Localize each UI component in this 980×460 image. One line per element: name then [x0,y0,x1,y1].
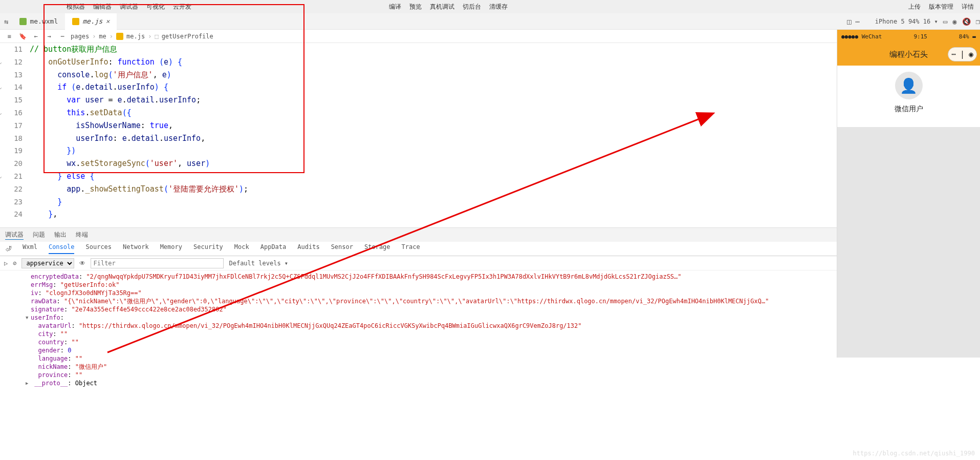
crumb-symbol[interactable]: getUserProfile [162,33,213,40]
device-selector[interactable]: iPhone 5 94% 16 ▾ ▭ ◉ 🔇 ❐ [875,17,980,26]
crumb-file[interactable]: me.js [126,33,145,40]
menu-清缓存[interactable]: 清缓存 [489,3,508,11]
devtools-tab-mock[interactable]: Mock [234,243,249,254]
battery-label: 84% ▬ [959,33,976,40]
devtools-tab-sensor[interactable]: Sensor [331,243,353,254]
top-menubar: 模拟器编辑器调试器可视化云开发 编译预览真机调试切后台清缓存 上传版本管理详情 [0,0,980,13]
devtools-tab-console[interactable]: Console [49,243,75,254]
list-icon[interactable]: ≡ [4,33,14,40]
console-output[interactable]: encryptedData: "2/qngNwqqYpkdpU7SMDKryuf… [0,270,980,388]
menu-云开发[interactable]: 云开发 [173,3,191,11]
mute-icon[interactable]: 🔇 [962,17,971,26]
menu-编译[interactable]: 编译 [389,3,401,11]
code-editor[interactable]: 11⌄1213⌄1415⌄1617181920⌄21222324 // butt… [0,43,980,227]
devtools-tab-sources[interactable]: Sources [85,243,112,254]
tab-me.wxml[interactable]: me.wxml [12,13,65,30]
devtools-tab-memory[interactable]: Memory [160,243,182,254]
eye-icon[interactable]: 👁 [79,260,85,267]
dbg-tab-0[interactable]: 调试器 [5,231,24,240]
record-icon[interactable]: ◉ [952,17,956,26]
mobile-icon[interactable]: ▭ [943,17,947,26]
inspect-icon[interactable]: ⮰ [5,245,11,253]
dbg-tab-2[interactable]: 输出 [54,231,67,240]
devtools-tabs: ⮰ WxmlConsoleSourcesNetworkMemorySecurit… [0,242,980,256]
split-editor-icon[interactable]: ◫ [847,17,851,26]
devtools-tab-wxml[interactable]: Wxml [23,243,37,254]
dbg-tab-1[interactable]: 问题 [33,231,45,240]
devtools-tab-storage[interactable]: Storage [364,243,390,254]
capsule-button[interactable]: ⋯ | ◉ [948,47,977,61]
js-file-icon [72,18,79,25]
capsule-menu-icon[interactable]: ⋯ [951,50,956,59]
sim-empty-area [837,127,980,347]
menu-调试器[interactable]: 调试器 [120,3,138,11]
explorer-icon[interactable]: ⇆ [4,17,8,26]
nav-forward-icon[interactable]: → [44,33,54,40]
devtools-tab-security[interactable]: Security [193,243,223,254]
menu-预览[interactable]: 预览 [409,3,422,11]
play-icon[interactable]: ▷ [4,260,8,267]
console-row[interactable]: nickName: "微信用户" [31,363,980,371]
menu-模拟器[interactable]: 模拟器 [67,3,85,11]
nav-back-icon[interactable]: ← [31,33,41,40]
context-select[interactable]: appservice [21,258,74,268]
clear-console-icon[interactable]: ⊘ [13,260,16,267]
devtools-tab-trace[interactable]: Trace [402,243,420,254]
menu-编辑器[interactable]: 编辑器 [93,3,112,11]
username-label: 微信用户 [895,104,923,114]
console-toolbar: ▷ ⊘ appservice 👁 Default levels ▾ 2 hidd… [0,256,980,270]
tab-me.js[interactable]: me.js× [65,13,117,30]
avatar-placeholder[interactable]: 👤 [895,72,923,99]
menu-真机调试[interactable]: 真机调试 [430,3,454,11]
collapse-icon[interactable]: ⋯ [57,33,68,40]
devtools-tab-network[interactable]: Network [123,243,149,254]
menu-可视化[interactable]: 可视化 [146,3,165,11]
console-filter-input[interactable] [91,258,224,268]
devtools-tab-appdata[interactable]: AppData [260,243,287,254]
debugger-panel-tabs: 调试器问题输出终端 ⌃ ✕ [0,227,980,242]
menu-详情[interactable]: 详情 [962,3,974,11]
time-label: 9:15 [913,33,927,40]
menu-切后台[interactable]: 切后台 [463,3,481,11]
log-levels-select[interactable]: Default levels ▾ [229,260,288,267]
js-file-icon [116,33,123,40]
watermark: https://blog.csdn.net/qiushi_1990 [853,450,975,457]
menu-上传[interactable]: 上传 [908,3,921,11]
menu-版本管理[interactable]: 版本管理 [929,3,953,11]
sim-content: 👤 微信用户 [837,66,980,127]
crumb-pages[interactable]: pages [71,33,89,40]
sim-nav-bar: 编程小石头 ⋯ | ◉ [837,43,980,66]
crumb-me[interactable]: me [99,33,106,40]
wxml-file-icon [19,18,27,25]
dbg-tab-3[interactable]: 终端 [76,231,88,240]
editor-tabs-row: ⇆ me.wxmlme.js× ◫ ⋯ iPhone 5 94% 16 ▾ ▭ … [0,13,980,30]
detach-icon[interactable]: ❐ [976,17,980,26]
sim-status-bar: ●●●●● WeChat 9:15 84% ▬ [837,30,980,43]
bookmark-icon[interactable]: 🔖 [17,33,28,40]
close-icon[interactable]: × [105,17,110,25]
page-title: 编程小石头 [889,50,928,59]
simulator-pane: ●●●●● WeChat 9:15 84% ▬ 编程小石头 ⋯ | ◉ 👤 微信… [837,30,980,358]
console-row[interactable]: province: "" [31,371,980,379]
symbol-icon: ⬚ [155,33,158,40]
devtools-tab-audits[interactable]: Audits [297,243,319,254]
breadcrumb: ≡ 🔖 ← → ⋯ pages› me› me.js› ⬚ getUserPro… [0,30,980,43]
more-icon[interactable]: ⋯ [855,17,859,26]
console-row[interactable]: ▶__proto__: Object [31,379,980,387]
carrier-label: ●●●●● WeChat [841,33,882,40]
capsule-close-icon[interactable]: ◉ [969,50,973,59]
